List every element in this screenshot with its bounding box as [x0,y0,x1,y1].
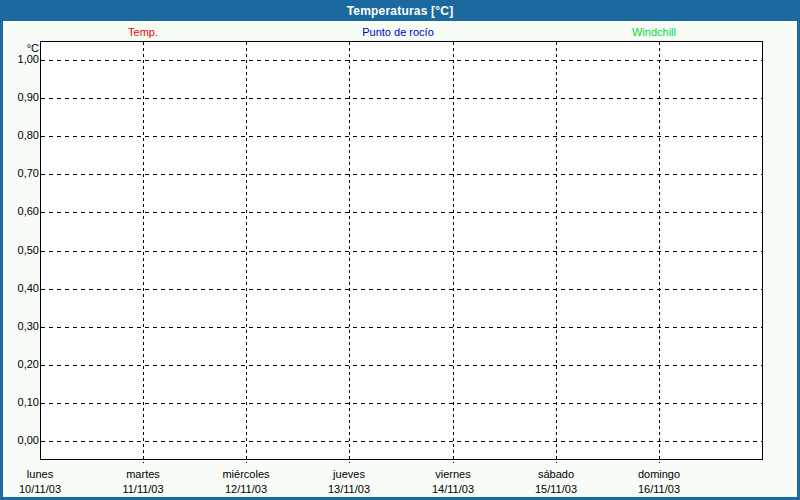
x-day-date-label: 11/11/03 [122,482,163,496]
gridline-horizontal [41,403,762,404]
gridline-horizontal [41,289,762,290]
x-day-name-label: sábado [538,467,574,481]
x-day-date-label: 12/11/03 [225,482,267,496]
x-day-name-label: jueves [333,467,365,481]
gridline-horizontal [41,251,762,252]
gridline-vertical [246,42,247,463]
x-day-date-label: 10/11/03 [19,482,61,496]
y-tick-label: 0,20 [3,357,39,372]
y-tick-label: 0,00 [3,433,39,448]
y-tick-label: 0,30 [3,319,39,334]
gridline-horizontal [41,441,762,442]
title-bar: Temperaturas [°C] [0,0,800,21]
gridline-horizontal [41,365,762,366]
x-day-name-label: miércoles [222,467,269,481]
chart-content: Temp. Punto de rocío Windchill °C 1,000,… [3,21,797,497]
chart-window: Temperaturas [°C] Temp. Punto de rocío W… [0,0,800,500]
legend-item-windchill: Windchill [632,26,676,39]
gridline-horizontal [41,174,762,175]
y-tick-label: 0,90 [3,90,39,105]
legend-item-temp: Temp. [128,26,158,39]
gridline-vertical [143,42,144,463]
x-day-date-label: 14/11/03 [432,482,474,496]
x-day-date-label: 16/11/03 [638,482,680,496]
y-tick-label: 1,00 [3,52,39,67]
y-tick-label: 0,80 [3,128,39,143]
gridline-horizontal [41,136,762,137]
x-day-name-label: viernes [435,467,470,481]
x-day-name-label: martes [126,467,160,481]
x-day-date-label: 15/11/03 [535,482,577,496]
y-tick-label: 0,50 [3,243,39,258]
x-day-name-label: domingo [638,467,680,481]
gridline-horizontal [41,212,762,213]
y-tick-label: 0,70 [3,166,39,181]
gridline-horizontal [41,60,762,61]
gridline-vertical [659,42,660,463]
gridline-vertical [453,42,454,463]
gridline-vertical [349,42,350,463]
legend-item-punto-de-rocio: Punto de rocío [362,26,434,39]
x-day-date-label: 13/11/03 [328,482,370,496]
y-tick-label: 0,40 [3,281,39,296]
gridline-horizontal [41,327,762,328]
gridline-horizontal [41,98,762,99]
gridline-vertical [556,42,557,463]
x-day-name-label: lunes [27,467,53,481]
y-tick-label: 0,60 [3,204,39,219]
y-tick-label: 0,10 [3,395,39,410]
window-title: Temperaturas [°C] [347,4,454,18]
